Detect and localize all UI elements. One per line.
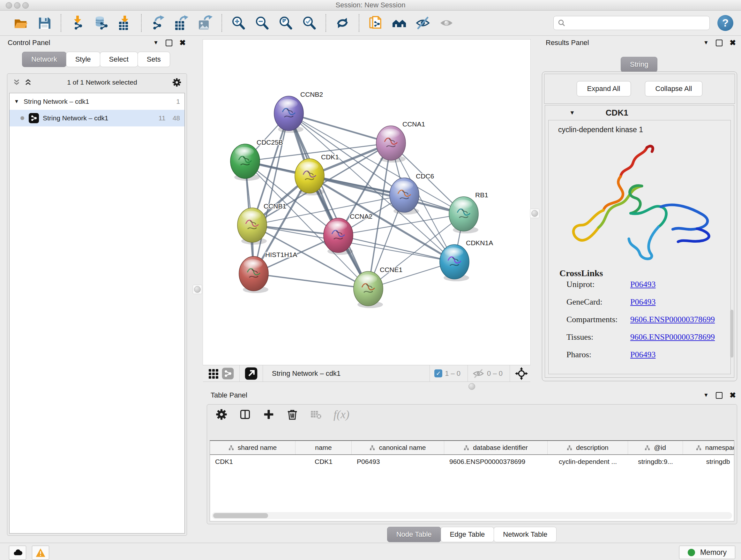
collapse-triangle-icon[interactable]: ▼	[14, 99, 23, 105]
node-CDKN1A[interactable]: CDKN1A	[440, 239, 493, 281]
hide-selected-icon[interactable]	[415, 15, 431, 31]
table-cell[interactable]: CDK1	[295, 455, 352, 469]
warnings-button[interactable]	[32, 546, 49, 560]
toolbar-separator	[141, 14, 142, 32]
cloud-status-button[interactable]	[9, 546, 26, 560]
tab-string[interactable]: String	[621, 57, 657, 72]
tab-select[interactable]: Select	[100, 52, 138, 67]
collapse-all-button[interactable]: Collapse All	[645, 81, 703, 97]
collapse-triangle-icon[interactable]: ▼	[569, 110, 575, 116]
collapse-all-icon[interactable]	[12, 78, 21, 86]
edge-CCNB2-CCNE1[interactable]	[289, 113, 368, 289]
table-cell[interactable]: CDK1	[210, 455, 295, 469]
panel-float-icon[interactable]	[716, 392, 723, 399]
import-network-database-icon[interactable]	[93, 15, 109, 31]
zoom-in-icon[interactable]	[230, 15, 246, 31]
pan-crosshair-icon[interactable]	[515, 367, 529, 381]
network-view-mode-icon[interactable]	[221, 367, 235, 381]
zoom-fit-icon[interactable]	[278, 15, 293, 31]
show-all-hidden-icon[interactable]	[439, 15, 455, 31]
panel-float-icon[interactable]	[716, 40, 723, 46]
import-table-file-icon[interactable]	[117, 15, 133, 31]
crosslink-link[interactable]: P06493	[630, 280, 656, 289]
tab-edge-table[interactable]: Edge Table	[441, 527, 494, 542]
column-header-shared-name[interactable]: shared name	[210, 441, 295, 454]
node-RB1[interactable]: RB1	[449, 191, 488, 233]
create-column-plus-icon[interactable]	[263, 408, 275, 421]
search-box[interactable]	[553, 16, 710, 30]
grid-view-icon[interactable]	[207, 367, 221, 381]
birds-eye-view-icon[interactable]	[244, 367, 258, 381]
zoom-selected-icon[interactable]	[301, 15, 317, 31]
node-CCNB2[interactable]: CCNB2	[274, 91, 323, 133]
node-label-CCNA2: CCNA2	[350, 212, 373, 220]
left-splitter-handle[interactable]	[193, 285, 202, 294]
panel-menu-icon[interactable]: ▼	[703, 40, 709, 46]
clone-network-icon[interactable]	[367, 15, 384, 31]
show-columns-icon[interactable]	[239, 408, 251, 421]
table-cell[interactable]: stringdb:9...	[628, 455, 683, 469]
memory-button[interactable]: Memory	[679, 546, 735, 559]
tab-network-table[interactable]: Network Table	[494, 527, 556, 542]
open-session-icon[interactable]	[13, 15, 29, 31]
panel-close-icon[interactable]: ✖	[730, 39, 736, 47]
save-session-icon[interactable]	[37, 15, 52, 31]
horizontal-scrollbar[interactable]	[212, 512, 732, 519]
network-collection-row[interactable]: ▼ String Network – cdk1 1	[10, 93, 185, 110]
search-input[interactable]	[566, 19, 710, 27]
crosslink-link[interactable]: 9606.ENSP00000378699	[630, 332, 715, 342]
table-cell[interactable]: cyclin-dependent ...	[548, 455, 628, 469]
tab-node-table[interactable]: Node Table	[387, 527, 441, 542]
network-row-selected[interactable]: String Network – cdk1 11 48	[10, 110, 185, 126]
panel-menu-icon[interactable]: ▼	[153, 40, 158, 46]
export-table-icon[interactable]	[174, 15, 190, 31]
right-splitter-handle[interactable]	[530, 209, 539, 218]
tab-network[interactable]: Network	[22, 52, 66, 67]
column-header-database-identifier[interactable]: database identifier	[444, 441, 548, 454]
node-CCNA1[interactable]: CCNA1	[376, 120, 425, 163]
tab-style[interactable]: Style	[66, 52, 100, 67]
panel-close-icon[interactable]: ✖	[179, 39, 186, 47]
column-header-name[interactable]: name	[295, 441, 352, 454]
vertical-scrollbar-thumb[interactable]	[730, 310, 733, 358]
apply-layout-icon[interactable]	[334, 15, 350, 31]
help-icon[interactable]: ?	[718, 15, 733, 31]
expand-all-button[interactable]: Expand All	[577, 81, 631, 97]
column-header-description[interactable]: description	[548, 441, 628, 454]
export-image-icon[interactable]	[197, 15, 213, 31]
table-cell[interactable]: stringdb	[683, 455, 734, 469]
zoom-out-icon[interactable]	[254, 15, 270, 31]
column-header-namespace[interactable]: namespace	[683, 441, 734, 454]
selected-checkbox-icon[interactable]: ✓	[434, 369, 442, 377]
delete-column-trash-icon[interactable]	[286, 408, 298, 421]
table-row[interactable]: CDK1CDK1P064939606.ENSP00000378699cyclin…	[210, 455, 734, 469]
panel-menu-icon[interactable]: ▼	[703, 392, 709, 398]
column-header--id[interactable]: @id	[628, 441, 683, 454]
panel-close-icon[interactable]: ✖	[730, 391, 736, 399]
export-network-icon[interactable]	[150, 15, 166, 31]
edge-CDK1-RB1[interactable]	[310, 176, 464, 214]
panel-float-icon[interactable]	[165, 40, 172, 46]
tab-sets[interactable]: Sets	[138, 52, 170, 67]
table-options-gear-icon[interactable]	[215, 408, 227, 421]
edge-CCNB2-HIST1H1A[interactable]	[254, 113, 289, 273]
node-table[interactable]: shared namenamecanonical namedatabase id…	[210, 440, 734, 521]
crosslink-link[interactable]: 9606.ENSP00000378699	[630, 315, 715, 324]
toolbar-divider	[239, 365, 240, 381]
expand-all-icon[interactable]	[24, 78, 32, 86]
edge-HIST1H1A-CCNE1[interactable]	[254, 273, 368, 289]
node-HIST1H1A[interactable]: HIST1H1A	[239, 251, 297, 293]
crosslink-link[interactable]: P06493	[630, 297, 656, 307]
import-network-file-icon[interactable]	[70, 15, 85, 31]
crosslink-link[interactable]: P06493	[630, 350, 656, 360]
network-options-gear-icon[interactable]	[172, 78, 182, 87]
table-cell[interactable]: 9606.ENSP00000378699	[444, 455, 548, 469]
column-header-canonical-name[interactable]: canonical name	[352, 441, 444, 454]
network-overview-icon[interactable]	[391, 15, 407, 31]
node-CCNB1[interactable]: CCNB1	[238, 202, 286, 245]
edge-CCNB2-CCNA1[interactable]	[289, 113, 391, 143]
table-cell[interactable]: P06493	[352, 455, 444, 469]
network-selection-status: 1 of 1 Network selected	[32, 78, 172, 86]
horizontal-scrollbar-thumb[interactable]	[213, 513, 268, 518]
network-canvas[interactable]: CCNB2CCNA1CDC25BCDK1CDC6RB1CCNB1CCNA2CDK…	[203, 40, 530, 365]
